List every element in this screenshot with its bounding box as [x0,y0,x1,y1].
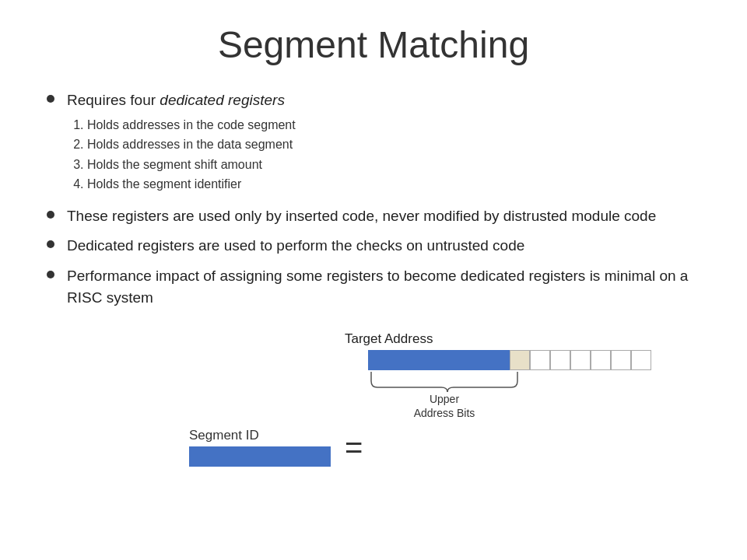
target-cell-8 [510,350,530,370]
target-cell-7 [489,350,510,370]
seg-cell-2 [209,446,230,467]
target-cell-4 [429,350,449,370]
bullet-dot-2 [47,211,54,219]
segment-id-register [189,446,331,467]
diagram-area: Target Address [47,331,700,467]
target-cell-14 [631,350,651,370]
bullet-text-4: Performance impact of assigning some reg… [67,265,700,310]
bullet-1: Requires four dedicated registers Holds … [47,89,700,198]
target-cell-6 [469,350,489,370]
seg-cell-3 [230,446,250,467]
target-cell-11 [570,350,591,370]
brace-row: UpperAddress Bits [189,370,521,420]
target-register [368,350,651,370]
italic-text: dedicated registers [160,92,285,108]
bullet-text-1: Requires four dedicated registers [67,89,296,112]
numbered-list-1: Holds addresses in the code segment Hold… [87,115,296,194]
list-item-4: Holds the segment identifier [87,174,296,194]
list-item-1: Holds addresses in the code segment [87,115,296,135]
segment-id-section: Segment ID [189,428,331,467]
target-cell-5 [449,350,469,370]
target-cell-3 [409,350,429,370]
seg-cell-7 [310,446,331,467]
bullet-2: These registers are used only by inserte… [47,205,700,228]
target-cell-9 [530,350,550,370]
bullet-dot-4 [47,271,54,278]
target-cell-13 [611,350,631,370]
upper-address-bits-label: UpperAddress Bits [414,392,475,420]
target-row [189,350,651,370]
bullet-4: Performance impact of assigning some reg… [47,265,700,310]
equals-sign: = [345,432,363,463]
content-area: Requires four dedicated registers Holds … [47,89,700,544]
page: Segment Matching Requires four dedicated… [0,0,747,560]
brace-container: UpperAddress Bits [368,370,521,420]
brace-svg [368,370,521,392]
bullet-text-2: These registers are used only by inserte… [67,205,656,228]
seg-cell-6 [290,446,310,467]
target-cell-12 [591,350,611,370]
bullet-3: Dedicated registers are used to perform … [47,235,700,257]
target-cell-1 [368,350,388,370]
bullet-text-3: Dedicated registers are used to perform … [67,235,524,257]
segment-id-label: Segment ID [189,428,259,443]
target-cell-2 [388,350,409,370]
bullet-dot-1 [47,95,54,103]
list-item-2: Holds addresses in the data segment [87,135,296,155]
seg-cell-4 [250,446,270,467]
page-title: Segment Matching [47,23,700,66]
target-address-label: Target Address [345,331,433,347]
seg-cell-1 [189,446,209,467]
seg-cell-5 [270,446,290,467]
segment-row: Segment ID = [189,428,377,467]
bullet-dot-3 [47,240,54,248]
list-item-3: Holds the segment shift amount [87,155,296,175]
target-cell-10 [550,350,570,370]
